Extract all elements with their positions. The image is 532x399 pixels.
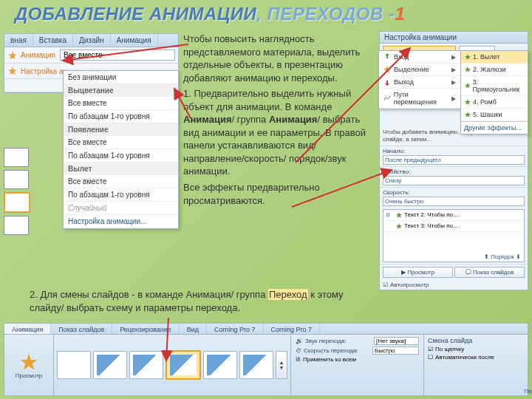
animation-dropdown-row: Анимация Все вместе bbox=[4, 47, 178, 64]
transition-none[interactable] bbox=[57, 351, 91, 379]
dd-settings[interactable]: Настройка анимации... bbox=[64, 215, 178, 228]
dd-no-animation[interactable]: Без анимации bbox=[64, 71, 178, 84]
effect-type-exit[interactable]: Выход▶ bbox=[379, 76, 460, 89]
slide-thumb-2[interactable] bbox=[4, 170, 29, 189]
transition-thumb-3[interactable] bbox=[166, 350, 201, 380]
animation-label: Анимация bbox=[21, 51, 55, 59]
effect-box[interactable]: 3. Прямоугольник bbox=[461, 76, 528, 96]
dd-header-fade[interactable]: Выцветание bbox=[64, 84, 178, 97]
ribbon-tab-insert[interactable]: Вставка bbox=[33, 34, 73, 47]
effect-checkerboard[interactable]: 5. Шашки bbox=[461, 109, 528, 121]
slide-thumb-1[interactable] bbox=[4, 148, 29, 167]
transition-thumb-5[interactable] bbox=[239, 351, 273, 379]
preview-label: Просмотр bbox=[16, 372, 43, 379]
slideshow-button[interactable]: 🖵 Показ слайдов bbox=[454, 267, 525, 278]
effect-type-motion-path[interactable]: Пути перемещения▶ bbox=[379, 89, 460, 109]
body-text-block: Чтобы повысить наглядность представляемо… bbox=[183, 30, 375, 210]
transition-thumb-2[interactable] bbox=[129, 351, 163, 379]
preview-group[interactable]: Просмотр bbox=[4, 335, 54, 395]
apply-all-icon: ⊞ bbox=[296, 356, 301, 363]
slide-thumbnails bbox=[4, 148, 30, 238]
effect-icon bbox=[464, 111, 471, 118]
emphasis-icon bbox=[383, 66, 391, 73]
effect-icon bbox=[464, 82, 471, 89]
title-number: 1 bbox=[395, 4, 405, 24]
transition-thumb-4[interactable] bbox=[203, 351, 237, 379]
effect-blinds[interactable]: 2. Жалюзи bbox=[461, 64, 528, 76]
anim-speed-section: Скорость: Очень быстро bbox=[380, 187, 528, 208]
enter-icon bbox=[383, 53, 391, 61]
slide-change-label: Смена слайда bbox=[428, 337, 524, 344]
reorder-buttons[interactable]: ⬆ Порядок ⬇ bbox=[484, 253, 521, 260]
effect-icon bbox=[464, 98, 471, 106]
page-title: Добавление анимации, переходов -1 bbox=[15, 4, 405, 24]
anim-pane-buttons: ▶ Просмотр 🖵 Показ слайдов bbox=[380, 264, 528, 280]
body-p2: 1. Предварительно выделить нужный объект… bbox=[183, 87, 375, 178]
anim-item-text: Текст 3: Чтобы по... bbox=[404, 222, 458, 229]
speed-row: ⏱ Скорость перехода: Быстро bbox=[296, 347, 419, 355]
autopreview-label: Автопросмотр bbox=[390, 282, 429, 288]
auto-after-checkbox[interactable]: ☐ Автоматически после bbox=[428, 354, 524, 361]
path-icon bbox=[383, 95, 391, 102]
animation-preset-dropdown[interactable]: Без анимации Выцветание Все вместе По аб… bbox=[63, 70, 179, 229]
animation-icon bbox=[7, 50, 18, 61]
anim-effects-list[interactable]: 0 Текст 2: Чтобы по... Текст 3: Чтобы по… bbox=[383, 209, 525, 262]
ribbon-tab-design[interactable]: Дизайн bbox=[73, 34, 111, 47]
anim-property-label: Свойство: bbox=[383, 168, 525, 175]
ribbon-tabs: вная Вставка Дизайн Анимация bbox=[4, 34, 178, 47]
speed-select[interactable]: Быстро bbox=[372, 347, 419, 355]
ribbon-tab-animation[interactable]: Анимация bbox=[111, 34, 158, 47]
anim-property-select[interactable]: Снизу bbox=[383, 176, 525, 185]
sound-row: 🔊 Звук перехода: [Нет звука] bbox=[296, 337, 419, 345]
body-p4: 2. Для смены слайдов - в команде Анимаци… bbox=[30, 288, 355, 314]
dd-header-fly[interactable]: Вылет bbox=[64, 163, 178, 175]
dd-appear-all[interactable]: Все вместе bbox=[64, 136, 178, 149]
anim-speed-label: Скорость: bbox=[383, 189, 525, 196]
dd-appear-para[interactable]: По абзацам 1-го уровня bbox=[64, 149, 178, 163]
effect-diamond[interactable]: 4. Ромб bbox=[461, 96, 528, 109]
add-effect-menu[interactable]: Вход▶ Выделение▶ Выход▶ Пути перемещения… bbox=[378, 50, 461, 109]
anim-item-icon bbox=[395, 222, 403, 230]
effect-fly-in[interactable]: 1. Вылет bbox=[461, 51, 528, 64]
anim-speed-select[interactable]: Очень быстро bbox=[383, 197, 525, 206]
preview-button[interactable]: ▶ Просмотр bbox=[383, 267, 453, 278]
apply-all-row[interactable]: ⊞ Применить ко всем bbox=[296, 356, 419, 363]
transition-thumb-1[interactable] bbox=[93, 351, 127, 379]
dd-fly-para[interactable]: По абзацам 1-го уровня bbox=[64, 188, 178, 202]
sound-label: Звук перехода: bbox=[305, 338, 372, 344]
exit-icon bbox=[383, 78, 391, 86]
autopreview-checkbox[interactable]: ☑ Автопросмотр bbox=[380, 280, 528, 290]
effect-type-emphasis[interactable]: Выделение▶ bbox=[379, 64, 460, 76]
dd-random[interactable]: Случайный bbox=[64, 202, 178, 215]
anim-start-label: Начало: bbox=[383, 148, 525, 154]
transition-options: 🔊 Звук перехода: [Нет звука] ⏱ Скорость … bbox=[291, 335, 423, 395]
slide-thumb-3[interactable] bbox=[4, 192, 30, 213]
effect-type-entrance[interactable]: Вход▶ bbox=[379, 51, 460, 64]
dd-header-appear[interactable]: Появление bbox=[64, 123, 178, 136]
apply-all-label: Применить ко всем bbox=[303, 356, 356, 363]
gallery-more-button[interactable]: ▲▼ bbox=[276, 351, 287, 379]
title-part2: , переходов - bbox=[256, 4, 395, 24]
slide-thumb-4[interactable] bbox=[4, 216, 29, 235]
anim-property-section: Свойство: Снизу bbox=[380, 166, 528, 187]
anim-start-select[interactable]: После предыдущего bbox=[383, 155, 525, 165]
dd-fly-all[interactable]: Все вместе bbox=[64, 175, 178, 188]
title-part1: Добавление анимации bbox=[15, 4, 256, 24]
ribbon-tab-home[interactable]: вная bbox=[4, 34, 33, 47]
anim-item-index: 0 bbox=[386, 211, 395, 218]
custom-animation-icon bbox=[7, 66, 18, 76]
dd-fade-all[interactable]: Все вместе bbox=[64, 97, 178, 110]
anim-list-item-1[interactable]: 0 Текст 2: Чтобы по... bbox=[383, 210, 524, 221]
anim-pane-title: Настройка анимации bbox=[380, 32, 528, 44]
anim-list-item-2[interactable]: Текст 3: Чтобы по... bbox=[383, 221, 524, 232]
dd-fade-para[interactable]: По абзацам 1-го уровня bbox=[64, 110, 178, 123]
anim-start-section: Начало: После предыдущего bbox=[380, 146, 528, 166]
entrance-effects-submenu[interactable]: 1. Вылет 2. Жалюзи 3. Прямоугольник 4. Р… bbox=[460, 50, 528, 134]
sound-select[interactable]: [Нет звука] bbox=[374, 337, 419, 345]
by-click-checkbox[interactable]: ☑ По щелчку bbox=[428, 346, 524, 352]
checkbox-icon: ☑ bbox=[383, 282, 388, 288]
anim-item-text: Текст 2: Чтобы по... bbox=[404, 211, 458, 218]
animation-dropdown[interactable]: Все вместе bbox=[60, 50, 175, 61]
preview-icon bbox=[18, 352, 39, 372]
more-effects-link[interactable]: Другие эффекты... bbox=[461, 121, 528, 134]
